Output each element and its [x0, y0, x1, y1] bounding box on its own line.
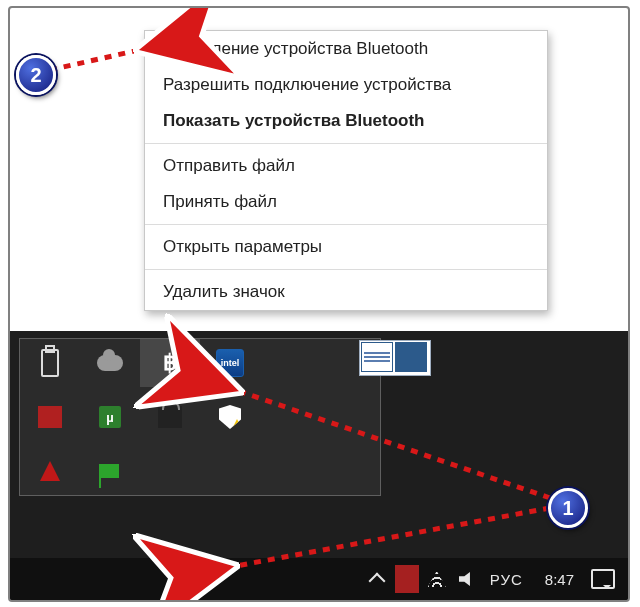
- headphones-icon[interactable]: [140, 393, 200, 441]
- screen-recorder-icon[interactable]: [20, 393, 80, 441]
- flag-icon[interactable]: [80, 447, 140, 495]
- menu-add-bluetooth-device[interactable]: Добавление устройства Bluetooth: [145, 31, 547, 67]
- tray-row: ฿ intel: [20, 339, 380, 387]
- action-center-icon[interactable]: [588, 558, 618, 600]
- upload-icon[interactable]: [20, 447, 80, 495]
- security-shield-icon[interactable]: [392, 558, 422, 600]
- step-badge-2: 2: [16, 55, 56, 95]
- clock[interactable]: 8:47: [531, 571, 588, 588]
- tray-chevron-icon[interactable]: [362, 558, 392, 600]
- language-indicator[interactable]: РУС: [482, 571, 531, 588]
- menu-separator: [145, 269, 547, 270]
- menu-separator: [145, 143, 547, 144]
- menu-open-settings[interactable]: Открыть параметры: [145, 229, 547, 265]
- tray-row: [20, 447, 380, 495]
- task-view-thumbnails[interactable]: [359, 340, 431, 376]
- step-badge-1: 1: [548, 488, 588, 528]
- menu-separator: [145, 224, 547, 225]
- menu-show-bluetooth-devices[interactable]: Показать устройства Bluetooth: [145, 103, 547, 139]
- network-icon[interactable]: [422, 558, 452, 600]
- svg-line-2: [50, 48, 148, 70]
- desktop-dark-area: ฿ intel µ: [10, 331, 628, 600]
- menu-receive-file[interactable]: Принять файл: [145, 184, 547, 220]
- volume-icon[interactable]: [452, 558, 482, 600]
- menu-remove-icon[interactable]: Удалить значок: [145, 274, 547, 310]
- menu-allow-device-connection[interactable]: Разрешить подключение устройства: [145, 67, 547, 103]
- intel-graphics-icon[interactable]: intel: [200, 339, 260, 387]
- bluetooth-tray-icon[interactable]: ฿: [140, 339, 200, 387]
- taskbar: РУС 8:47: [10, 558, 628, 600]
- thumbnail-icon: [361, 342, 393, 372]
- onedrive-icon[interactable]: [80, 339, 140, 387]
- bluetooth-context-menu: Добавление устройства Bluetooth Разрешит…: [144, 30, 548, 311]
- tray-overflow-popup: ฿ intel µ: [19, 338, 381, 496]
- security-alert-icon[interactable]: [200, 393, 260, 441]
- menu-send-file[interactable]: Отправить файл: [145, 148, 547, 184]
- utorrent-icon[interactable]: µ: [80, 393, 140, 441]
- usb-device-icon[interactable]: [20, 339, 80, 387]
- tray-row: µ: [20, 393, 380, 441]
- thumbnail-icon: [395, 342, 427, 372]
